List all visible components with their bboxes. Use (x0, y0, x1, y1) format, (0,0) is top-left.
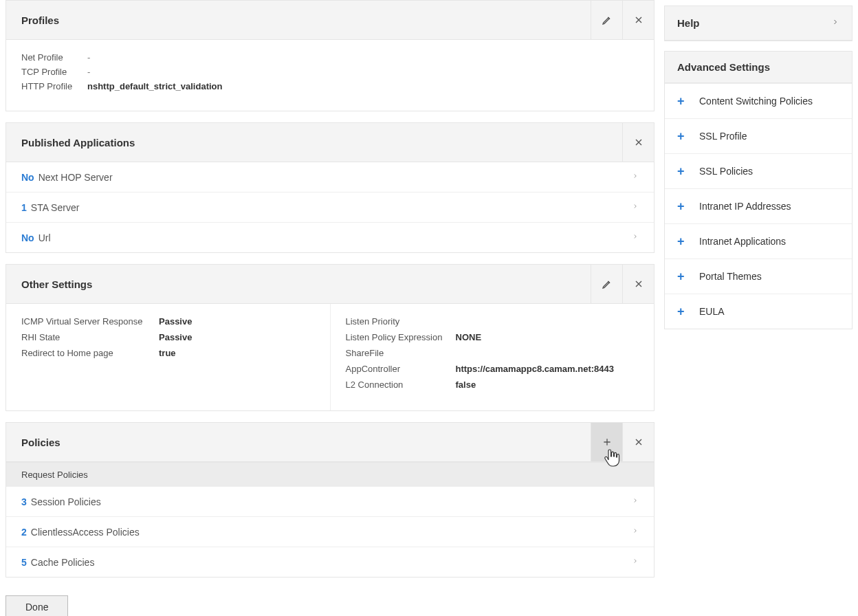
profiles-panel: Profiles Net Profile - TCP Profile - (6, 0, 654, 111)
list-count: No (21, 232, 34, 243)
help-panel[interactable]: Help (664, 6, 852, 41)
list-item-url[interactable]: No Url (6, 222, 654, 252)
list-text: Url (38, 232, 632, 243)
plus-icon: + (677, 270, 691, 283)
chevron-right-icon (632, 495, 639, 508)
list-item-sta[interactable]: 1 STA Server (6, 192, 654, 222)
advanced-item-label: SSL Policies (699, 166, 753, 177)
policies-title: Policies (6, 424, 591, 461)
kv-key: L2 Connection (346, 380, 456, 390)
profiles-body: Net Profile - TCP Profile - HTTP Profile… (6, 40, 654, 111)
advanced-item-label: Intranet IP Addresses (699, 201, 791, 212)
kv-sharefile: ShareFile (346, 348, 639, 358)
policies-header: Policies (6, 423, 654, 462)
chevron-right-icon (632, 170, 639, 184)
chevron-right-icon (632, 556, 639, 569)
profile-value: - (87, 52, 90, 63)
kv-value: true (159, 348, 176, 358)
edit-icon[interactable] (591, 1, 622, 39)
advanced-item-label: Portal Themes (699, 271, 762, 282)
profile-value: nshttp_default_strict_validation (87, 81, 222, 91)
edit-icon[interactable] (591, 265, 622, 303)
main-column: Profiles Net Profile - TCP Profile - (0, 0, 654, 616)
other-settings-panel: Other Settings ICMP Virtual Server Respo… (6, 264, 654, 411)
kv-value: NONE (456, 332, 482, 342)
profile-row-tcp: TCP Profile - (21, 67, 639, 77)
help-title: Help (677, 17, 700, 29)
kv-appcontroller: AppController https://camamappc8.camam.n… (346, 364, 639, 374)
advanced-settings-panel: Advanced Settings + Content Switching Po… (664, 51, 852, 329)
kv-listen-policy: Listen Policy Expression NONE (346, 332, 639, 342)
advanced-item-portal-themes[interactable]: + Portal Themes (665, 258, 852, 294)
profile-value: - (87, 67, 90, 77)
close-icon[interactable] (622, 265, 654, 303)
advanced-item-ssl-profile[interactable]: + SSL Profile (665, 118, 852, 153)
list-count: 5 (21, 557, 27, 568)
policies-panel: Policies Request Policies 3 Session Poli… (6, 422, 654, 578)
advanced-item-eula[interactable]: + EULA (665, 294, 852, 329)
kv-key: Listen Policy Expression (346, 332, 456, 342)
profile-label: HTTP Profile (21, 81, 87, 91)
list-item-cache-policies[interactable]: 5 Cache Policies (6, 547, 654, 577)
advanced-item-ssl-policies[interactable]: + SSL Policies (665, 153, 852, 188)
advanced-item-content-switching[interactable]: + Content Switching Policies (665, 83, 852, 118)
other-settings-body: ICMP Virtual Server Response Passive RHI… (6, 304, 654, 410)
list-item-clientless-policies[interactable]: 2 ClientlessAccess Policies (6, 516, 654, 547)
advanced-settings-header: Advanced Settings (665, 52, 852, 83)
kv-key: AppController (346, 364, 456, 374)
policies-list: 3 Session Policies 2 ClientlessAccess Po… (6, 487, 654, 577)
list-text: Next HOP Server (38, 172, 632, 183)
kv-value: Passive (159, 316, 192, 327)
kv-value: https://camamappc8.camam.net:8443 (456, 364, 614, 374)
list-count: No (21, 172, 34, 183)
plus-icon: + (677, 200, 691, 212)
help-header[interactable]: Help (665, 6, 852, 41)
kv-redirect: Redirect to Home page true (21, 348, 315, 358)
side-column: Help Advanced Settings + Content Switchi… (664, 0, 852, 616)
list-item-next-hop[interactable]: No Next HOP Server (6, 162, 654, 192)
list-text: Cache Policies (31, 557, 632, 568)
chevron-right-icon (632, 231, 639, 244)
done-button[interactable]: Done (6, 595, 68, 616)
advanced-item-intranet-ip[interactable]: + Intranet IP Addresses (665, 188, 852, 223)
kv-listen-priority: Listen Priority (346, 316, 639, 327)
profiles-title: Profiles (6, 2, 591, 38)
advanced-item-label: Content Switching Policies (699, 96, 813, 107)
kv-key: ShareFile (346, 348, 456, 358)
add-icon[interactable] (591, 423, 622, 461)
kv-rhi: RHI State Passive (21, 332, 315, 342)
kv-icmp: ICMP Virtual Server Response Passive (21, 316, 315, 327)
kv-value: Passive (159, 332, 192, 342)
plus-icon: + (677, 130, 691, 142)
close-icon[interactable] (622, 423, 654, 461)
close-icon[interactable] (622, 1, 654, 39)
profile-label: Net Profile (21, 52, 87, 63)
plus-icon: + (677, 95, 691, 107)
profile-row-http: HTTP Profile nshttp_default_strict_valid… (21, 81, 639, 91)
chevron-right-icon (632, 525, 639, 538)
published-apps-list: No Next HOP Server 1 STA Server No Url (6, 162, 654, 252)
plus-icon: + (677, 165, 691, 177)
published-apps-header: Published Applications (6, 123, 654, 162)
kv-l2: L2 Connection false (346, 380, 639, 390)
published-apps-title: Published Applications (6, 124, 622, 161)
list-item-session-policies[interactable]: 3 Session Policies (6, 487, 654, 516)
kv-key: ICMP Virtual Server Response (21, 316, 159, 327)
list-text: STA Server (31, 202, 632, 213)
kv-key: RHI State (21, 332, 159, 342)
other-settings-title: Other Settings (6, 266, 591, 302)
chevron-right-icon (632, 201, 639, 214)
other-settings-right: Listen Priority Listen Policy Expression… (331, 304, 654, 410)
advanced-settings-title: Advanced Settings (677, 61, 770, 73)
advanced-item-label: Intranet Applications (699, 236, 786, 247)
advanced-item-intranet-apps[interactable]: + Intranet Applications (665, 223, 852, 258)
chevron-right-icon (831, 16, 839, 30)
plus-icon: + (677, 235, 691, 248)
advanced-item-label: SSL Profile (699, 131, 747, 142)
list-count: 2 (21, 527, 27, 538)
close-icon[interactable] (622, 123, 654, 162)
profile-label: TCP Profile (21, 67, 87, 77)
kv-value: false (456, 380, 476, 390)
kv-key: Listen Priority (346, 316, 456, 327)
other-settings-left: ICMP Virtual Server Response Passive RHI… (6, 304, 331, 410)
